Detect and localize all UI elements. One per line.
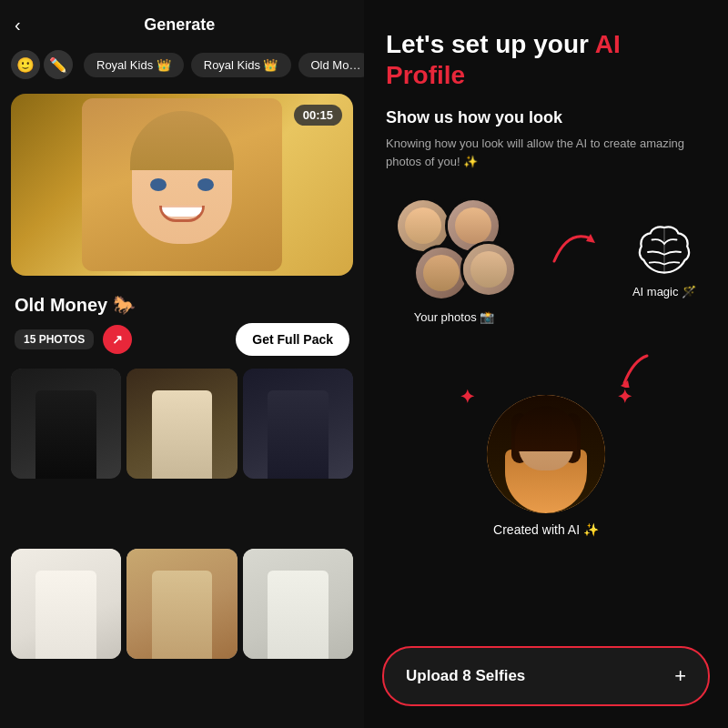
back-button[interactable]: ‹ [15, 15, 21, 35]
diagram-top-row: Your photos 📸 [386, 197, 706, 324]
photo-cell[interactable] [126, 549, 237, 659]
edit-icon[interactable]: ✏️ [44, 50, 73, 79]
photo-cell[interactable] [11, 369, 121, 479]
photo-grid [0, 363, 364, 728]
ai-headline: Let's set up your AI Profile [386, 29, 706, 90]
get-full-pack-button[interactable]: Get Full Pack [236, 323, 349, 356]
plus-icon: + [674, 664, 686, 688]
page-title: Generate [32, 15, 328, 35]
trend-button[interactable]: ↗ [103, 325, 132, 354]
tab-royal-kids[interactable]: Royal Kids 👑 [84, 53, 184, 77]
headline-ai: AI [595, 30, 621, 58]
photo-cell[interactable] [243, 369, 353, 479]
tab-icons: 🙂 ✏️ [11, 50, 73, 79]
brain-icon [632, 223, 697, 281]
hero-image: 00:15 [11, 94, 353, 276]
diagram-bottom: ✦ [386, 351, 706, 537]
tabs-row: 🙂 ✏️ Royal Kids 👑 Royal Kids 👑 Old Mo… [0, 43, 364, 86]
your-photos-label: Your photos 📸 [414, 310, 495, 324]
timer-badge: 00:15 [294, 105, 342, 126]
emoji-icon[interactable]: 🙂 [11, 50, 40, 79]
brain-area: AI magic 🪄 [632, 223, 697, 298]
created-label: Created with AI ✨ [493, 522, 599, 537]
sparkle-right-icon: ✦ [617, 386, 632, 408]
generated-photo [487, 395, 605, 513]
ai-magic-label: AI magic 🪄 [632, 285, 696, 298]
upload-btn-container: Upload 8 Selfies + [364, 632, 728, 728]
left-panel: ‹ Generate 🙂 ✏️ Royal Kids 👑 Royal Kids … [0, 0, 364, 728]
sparkle-left-icon: ✦ [460, 386, 475, 408]
pack-meta-row: 15 PHOTOS ↗ Get Full Pack [15, 323, 349, 356]
photo-cell[interactable] [11, 549, 121, 659]
photos-count-badge: 15 PHOTOS [15, 329, 94, 349]
pack-title: Old Money 🐎 [15, 294, 349, 316]
tab-old-money[interactable]: Old Mo… [298, 53, 365, 77]
subtitle-text: Knowing how you look will allow the AI t… [386, 135, 706, 170]
headline-profile: Profile [386, 61, 465, 89]
photos-cluster [395, 197, 513, 307]
upload-btn-label: Upload 8 Selfies [406, 667, 525, 685]
upload-selfies-button[interactable]: Upload 8 Selfies + [382, 646, 710, 706]
tab-lifetime-journey[interactable]: Royal Kids 👑 [191, 53, 291, 77]
photo-cell[interactable] [126, 369, 237, 479]
headline-text-1: Let's set up your [386, 30, 595, 58]
diagram: Your photos 📸 [386, 197, 706, 610]
header: ‹ Generate [0, 0, 364, 43]
show-us-heading: Show us how you look [386, 108, 706, 127]
cluster-photo-4 [460, 241, 517, 298]
ai-profile-content: Let's set up your AI Profile Show us how… [364, 0, 728, 632]
arrow-to-brain [550, 225, 595, 298]
photo-cell[interactable] [243, 549, 353, 659]
right-panel: Let's set up your AI Profile Show us how… [364, 0, 728, 728]
pack-info: Old Money 🐎 15 PHOTOS ↗ Get Full Pack [0, 283, 364, 363]
